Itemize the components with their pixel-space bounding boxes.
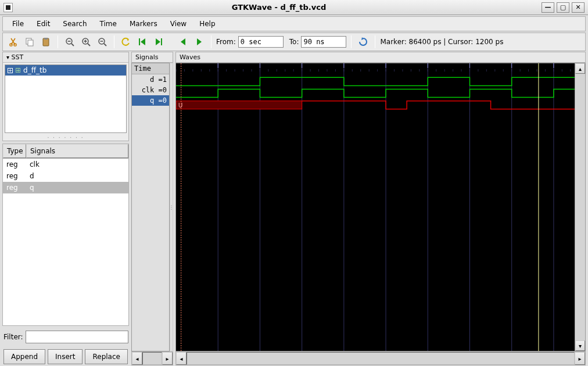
sst-root-node[interactable]: + ⊞ d_ff_tb (5, 65, 126, 76)
menu-markers[interactable]: Markers (124, 18, 163, 30)
col-signals[interactable]: Signals (26, 144, 128, 158)
waves-vscroll[interactable]: ▴ ▾ (575, 63, 585, 351)
type-cell: reg (3, 184, 26, 192)
svg-text:U: U (178, 102, 182, 109)
waves-vscroll-down[interactable]: ▾ (575, 340, 585, 351)
type-cell: reg (3, 172, 26, 180)
svg-rect-94 (176, 101, 302, 109)
signal-item[interactable]: d =1 (132, 74, 169, 85)
app-icon (3, 3, 13, 12)
svg-text:60 ns: 60 ns (429, 63, 448, 71)
next-icon[interactable] (192, 35, 206, 49)
sst-tree[interactable]: + ⊞ d_ff_tb (5, 64, 127, 133)
signals-title: Signals (131, 52, 173, 63)
go-last-icon[interactable] (152, 35, 166, 49)
table-row[interactable]: regclk (3, 159, 128, 170)
svg-text:80 ns: 80 ns (513, 63, 532, 71)
titlebar: GTKWave - d_ff_tb.vcd — ▢ ✕ (0, 0, 588, 15)
svg-text:90 ns: 90 ns (555, 63, 574, 71)
svg-line-7 (71, 44, 74, 46)
paste-icon[interactable] (39, 35, 53, 49)
replace-button[interactable]: Replace (85, 349, 127, 364)
append-button[interactable]: Append (3, 349, 45, 364)
signals-scroll-right[interactable]: ▸ (162, 352, 173, 365)
svg-text:40 ns: 40 ns (345, 63, 364, 71)
to-label: To: (289, 38, 299, 46)
close-button[interactable]: ✕ (572, 2, 585, 13)
menu-view[interactable]: View (164, 18, 192, 30)
horizontal-grip[interactable]: · · · · · · · (3, 135, 128, 141)
from-input[interactable] (238, 36, 284, 48)
svg-text:70 ns: 70 ns (471, 63, 490, 71)
svg-rect-17 (139, 38, 140, 45)
expand-icon[interactable]: + (8, 68, 13, 73)
signal-item[interactable]: clk =0 (132, 85, 169, 95)
svg-line-11 (88, 44, 90, 46)
sst-panel: ▾ SST + ⊞ d_ff_tb · · · · · · · (2, 52, 129, 141)
signal-item[interactable]: q =0 (132, 95, 169, 106)
menu-time[interactable]: Time (94, 18, 123, 30)
insert-button[interactable]: Insert (48, 349, 83, 364)
svg-text:50 ns: 50 ns (387, 63, 406, 71)
to-input[interactable] (301, 36, 346, 48)
menubar: File Edit Search Time Markers View Help (2, 16, 586, 31)
svg-rect-5 (44, 38, 48, 40)
type-cell: reg (3, 160, 26, 168)
waves-vscroll-up[interactable]: ▴ (575, 63, 585, 74)
table-row[interactable]: regq (3, 182, 128, 193)
svg-line-15 (104, 44, 106, 46)
menu-edit[interactable]: Edit (31, 18, 56, 30)
type-signals-panel: Type Signals regclkregdregq (2, 143, 129, 326)
svg-rect-18 (161, 38, 162, 45)
svg-text:20 ns: 20 ns (261, 63, 280, 71)
cut-icon[interactable] (6, 35, 20, 49)
waves-hscroll-right[interactable]: ▸ (575, 352, 585, 365)
col-type[interactable]: Type (3, 144, 26, 158)
go-first-icon[interactable] (135, 35, 149, 49)
waves-hscroll-left[interactable]: ◂ (176, 352, 187, 365)
svg-rect-3 (28, 40, 33, 46)
reload-icon[interactable] (356, 35, 370, 49)
signals-panel: Signals Time d =1clk =0q =0 ◂ ▸ (131, 52, 173, 365)
copy-icon[interactable] (23, 35, 37, 49)
zoom-fit-icon[interactable] (63, 35, 77, 49)
waves-hscroll[interactable] (187, 352, 575, 365)
marker-cursor-status: Marker: 86400 ps | Cursor: 1200 ps (380, 38, 503, 46)
undo-icon[interactable] (119, 35, 133, 49)
signals-scroll-left[interactable]: ◂ (132, 352, 142, 365)
maximize-button[interactable]: ▢ (557, 2, 569, 13)
prev-icon[interactable] (176, 35, 190, 49)
toolbar: From: To: Marker: 86400 ps | Cursor: 120… (2, 33, 586, 51)
zoom-out-icon[interactable] (95, 35, 109, 49)
window-title: GTKWave - d_ff_tb.vcd (16, 3, 542, 12)
type-signals-body[interactable]: regclkregdregq (3, 159, 128, 325)
module-icon: ⊞ (15, 66, 21, 74)
signal-cell: clk (26, 160, 128, 168)
waves-panel: Waves 10 ns20 ns30 ns40 ns50 ns60 ns70 n… (175, 52, 586, 365)
filter-label: Filter: (3, 333, 23, 341)
vertical-grip[interactable] (170, 63, 173, 351)
svg-text:10 ns: 10 ns (219, 63, 238, 71)
waveform-area[interactable]: 10 ns20 ns30 ns40 ns50 ns60 ns70 ns80 ns… (176, 63, 575, 351)
table-row[interactable]: regd (3, 170, 128, 182)
filter-row: Filter: (2, 328, 129, 346)
from-label: From: (216, 38, 236, 46)
waves-title: Waves (175, 52, 586, 63)
signals-time-header: Time (132, 63, 169, 74)
signals-hscroll[interactable] (142, 352, 162, 365)
zoom-in-icon[interactable] (79, 35, 93, 49)
svg-text:30 ns: 30 ns (303, 63, 322, 71)
menu-help[interactable]: Help (193, 18, 221, 30)
sst-label: SST (12, 53, 24, 61)
sst-root-label: d_ff_tb (23, 66, 46, 74)
filter-input[interactable] (26, 331, 128, 343)
signal-cell: d (26, 172, 128, 180)
menu-search[interactable]: Search (57, 18, 92, 30)
menu-file[interactable]: File (6, 18, 30, 30)
minimize-button[interactable]: — (542, 2, 554, 13)
signal-cell: q (26, 184, 128, 192)
